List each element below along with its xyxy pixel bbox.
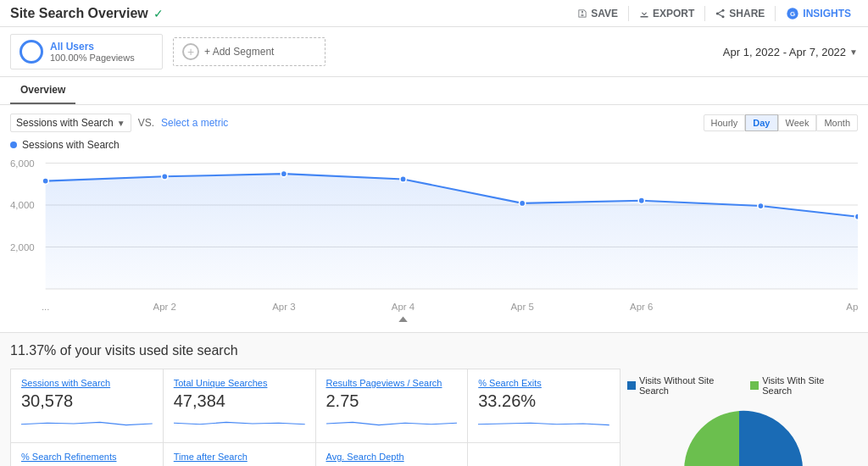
all-users-segment[interactable]: All Users 100.00% Pageviews [10, 34, 163, 69]
stat-sessions: Sessions with Search 30,578 [11, 369, 164, 442]
share-icon [715, 8, 726, 19]
stat-label-unique[interactable]: Total Unique Searches [174, 378, 305, 388]
save-icon [577, 8, 587, 19]
sparkline-sessions [21, 416, 153, 431]
pie-chart-area: Visits Without Site Search Visits With S… [620, 369, 858, 466]
pie-legend-color-with [750, 381, 759, 390]
date-caret-icon: ▼ [849, 47, 858, 57]
stats-section: 11.37% of your visits used site search S… [0, 333, 868, 466]
svg-text:Apr 5: Apr 5 [510, 302, 533, 312]
scroll-indicator [398, 317, 407, 322]
tab-bar: Overview [0, 77, 868, 105]
data-point-4 [400, 176, 406, 182]
data-point-6 [638, 197, 644, 203]
insights-button[interactable]: G INSIGHTS [779, 3, 858, 24]
divider-2 [704, 6, 705, 21]
date-range-selector[interactable]: Apr 1, 2022 - Apr 7, 2022 ▼ [723, 46, 858, 58]
add-segment-button[interactable]: + + Add Segment [173, 37, 326, 66]
pie-segment-with [684, 411, 739, 466]
segment-circle [19, 40, 43, 64]
add-segment-label: + Add Segment [204, 46, 274, 58]
svg-text:Apr 3: Apr 3 [272, 302, 295, 312]
svg-text:4,000: 4,000 [10, 200, 35, 210]
metric-label: Sessions with Search [16, 117, 114, 129]
verified-icon: ✓ [153, 7, 164, 20]
chart-controls: Sessions with Search ▼ VS. Select a metr… [10, 114, 858, 132]
stat-depth: Avg. Search Depth 2.43 [316, 443, 469, 466]
stat-value-sessions: 30,578 [21, 391, 153, 411]
stat-pageviews: Results Pageviews / Search 2.75 [316, 369, 469, 442]
sparkline-pageviews [326, 416, 458, 431]
page-title: Site Search Overview [10, 6, 148, 21]
save-button[interactable]: SAVE [570, 4, 625, 23]
pie-legend-with: Visits With Site Search [750, 375, 851, 396]
insights-icon: G [786, 7, 799, 20]
svg-text:Apr 7: Apr 7 [846, 302, 858, 312]
svg-text:6,000: 6,000 [10, 158, 35, 169]
stat-value-exits: 33.26% [478, 391, 609, 411]
sparkline-unique [174, 416, 305, 431]
page-header: Site Search Overview ✓ SAVE EXPORT SHARE… [0, 0, 868, 27]
svg-text:Apr 4: Apr 4 [392, 302, 415, 312]
pie-legend-without: Visits Without Site Search [627, 375, 740, 396]
time-btn-hourly[interactable]: Hourly [704, 114, 746, 131]
header-left: Site Search Overview ✓ [10, 6, 164, 21]
stat-exits: % Search Exits 33.26% [468, 369, 620, 442]
segment-pct: 100.00% Pageviews [50, 53, 135, 63]
stat-value-pageviews: 2.75 [326, 391, 458, 411]
svg-text:...: ... [42, 302, 50, 312]
metrics-row-2: % Search Refinements 14.98% Time after S… [11, 443, 620, 466]
chart-container: 6,000 4,000 2,000 [10, 154, 858, 324]
svg-line-4 [718, 14, 724, 17]
add-circle-icon: + [182, 43, 199, 60]
chart-area-fill [46, 174, 858, 289]
stat-label-refinements[interactable]: % Search Refinements [21, 452, 153, 462]
vs-label: VS. [138, 117, 154, 129]
stat-label-sessions[interactable]: Sessions with Search [21, 378, 153, 388]
time-btn-week[interactable]: Week [778, 114, 817, 131]
tab-overview[interactable]: Overview [10, 77, 75, 104]
time-btn-month[interactable]: Month [816, 114, 858, 131]
select-metric-link[interactable]: Select a metric [161, 117, 228, 129]
stat-label-pageviews[interactable]: Results Pageviews / Search [326, 378, 458, 388]
stats-body: Sessions with Search 30,578 Total Unique… [10, 369, 858, 466]
time-period-buttons: Hourly Day Week Month [704, 114, 858, 131]
data-point-2 [162, 174, 168, 180]
sparkline-exits [478, 416, 609, 431]
segment-bar: All Users 100.00% Pageviews + + Add Segm… [0, 27, 868, 77]
pie-legend-label-with: Visits With Site Search [762, 375, 851, 396]
segments-left: All Users 100.00% Pageviews + + Add Segm… [10, 34, 326, 69]
time-btn-day[interactable]: Day [745, 114, 777, 131]
svg-text:Apr 2: Apr 2 [153, 302, 176, 312]
svg-text:2,000: 2,000 [10, 242, 35, 252]
data-point-5 [520, 200, 526, 206]
metrics-grid: Sessions with Search 30,578 Total Unique… [10, 369, 620, 466]
date-range-text: Apr 1, 2022 - Apr 7, 2022 [723, 46, 846, 58]
stat-label-time[interactable]: Time after Search [174, 452, 305, 462]
stat-unique-searches: Total Unique Searches 47,384 [164, 369, 316, 442]
export-button[interactable]: EXPORT [632, 4, 701, 23]
segment-info: All Users 100.00% Pageviews [50, 41, 135, 63]
pie-legend-label-without: Visits Without Site Search [639, 375, 740, 396]
chart-legend: Sessions with Search [10, 139, 858, 151]
data-point-1 [42, 178, 48, 184]
stat-label-exits[interactable]: % Search Exits [478, 378, 609, 388]
chart-section: Sessions with Search ▼ VS. Select a metr… [0, 105, 868, 333]
stat-refinements: % Search Refinements 14.98% [11, 443, 164, 466]
data-point-8 [854, 214, 858, 219]
legend-dot [10, 141, 17, 148]
pie-chart-svg: 88.6% 11.4% [671, 402, 807, 466]
svg-text:Apr 6: Apr 6 [630, 302, 653, 312]
pie-legend: Visits Without Site Search Visits With S… [627, 375, 851, 396]
metrics-row-1: Sessions with Search 30,578 Total Unique… [11, 369, 620, 443]
header-actions: SAVE EXPORT SHARE G INSIGHTS [570, 3, 858, 24]
stat-value-unique: 47,384 [174, 391, 305, 411]
stat-label-depth[interactable]: Avg. Search Depth [326, 452, 458, 462]
metric-dropdown[interactable]: Sessions with Search ▼ [10, 114, 131, 132]
data-point-3 [281, 170, 287, 176]
svg-line-3 [718, 10, 724, 14]
pie-legend-color-without [627, 381, 636, 390]
share-button[interactable]: SHARE [709, 4, 771, 23]
stat-time-after: Time after Search 00:02:44 [164, 443, 316, 466]
divider-3 [775, 6, 776, 21]
